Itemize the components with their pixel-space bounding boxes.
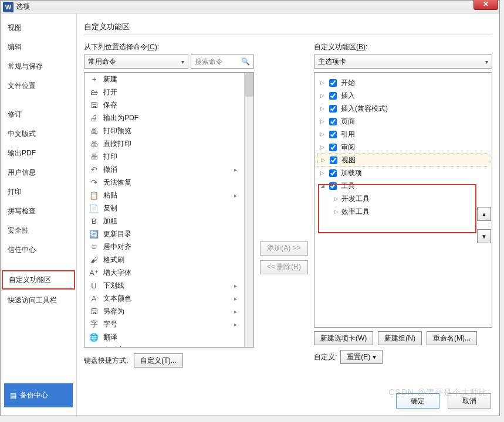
- customize-shortcut-button[interactable]: 自定义(T)...: [134, 353, 182, 367]
- command-item[interactable]: U下划线: [84, 279, 253, 292]
- command-label: 增大字体: [103, 268, 131, 278]
- sidebar-item[interactable]: 打印: [1, 182, 76, 202]
- tree-checkbox[interactable]: [329, 79, 337, 87]
- tree-checkbox[interactable]: [329, 105, 337, 113]
- command-item[interactable]: 🗁打开: [84, 86, 253, 98]
- sidebar-item[interactable]: 安全性: [1, 221, 76, 240]
- tree-item[interactable]: ▷插入(兼容模式): [317, 102, 489, 115]
- command-item[interactable]: 🖌格式刷: [84, 253, 253, 266]
- tree-checkbox[interactable]: [329, 118, 337, 125]
- backup-label: 备份中心: [20, 390, 48, 400]
- reset-button[interactable]: 重置(E) ▾: [340, 350, 382, 364]
- expand-icon[interactable]: ▷: [333, 196, 339, 202]
- tree-item[interactable]: ▷视图: [317, 154, 489, 166]
- ribbon-scope-select[interactable]: 主选项卡: [314, 55, 492, 69]
- tree-checkbox[interactable]: [329, 144, 337, 151]
- command-item[interactable]: ↶撤消: [84, 163, 253, 176]
- tree-item[interactable]: ▷开始: [317, 76, 489, 89]
- command-icon: 🖶: [89, 139, 99, 148]
- new-tab-button[interactable]: 新建选项卡(W): [314, 331, 373, 345]
- sidebar-item[interactable]: 输出PDF: [1, 144, 76, 163]
- command-item[interactable]: A文本颜色: [84, 292, 253, 305]
- backup-center-button[interactable]: ▤ 备份中心: [4, 383, 73, 407]
- command-item[interactable]: A⁺增大字体: [84, 266, 253, 279]
- command-item[interactable]: 🖶打印预览: [84, 124, 253, 137]
- expand-icon[interactable]: ▷: [320, 157, 326, 163]
- expand-icon[interactable]: ▷: [319, 118, 325, 124]
- command-label: 字号: [103, 319, 117, 329]
- command-item[interactable]: ＋新建: [84, 73, 253, 86]
- sidebar-item[interactable]: 自定义功能区: [2, 270, 75, 290]
- tree-item[interactable]: ▷开发工具: [317, 192, 489, 205]
- command-item[interactable]: 🌐翻译: [84, 331, 253, 343]
- expand-icon[interactable]: ▷: [319, 144, 325, 150]
- command-item[interactable]: 🖫另存为: [84, 305, 253, 318]
- sidebar-item[interactable]: 修订: [1, 105, 76, 124]
- expand-icon[interactable]: ▷: [319, 131, 325, 137]
- sidebar-item[interactable]: 常规与保存: [1, 57, 76, 76]
- tree-label: 加载项: [341, 168, 362, 178]
- expand-icon[interactable]: ◢: [319, 183, 325, 189]
- tree-label: 页面: [341, 117, 355, 127]
- tree-item[interactable]: ▷引用: [317, 128, 489, 141]
- tree-checkbox[interactable]: [330, 156, 337, 164]
- tree-checkbox[interactable]: [329, 92, 337, 100]
- move-up-button[interactable]: ▲: [477, 207, 491, 221]
- tree-item[interactable]: ▷插入: [317, 89, 489, 102]
- new-group-button[interactable]: 新建组(N): [378, 331, 422, 345]
- command-label: 新建: [103, 74, 117, 84]
- command-label: 复制: [103, 203, 117, 213]
- command-label: 粘贴: [103, 190, 117, 200]
- tree-item[interactable]: ▷加载项: [317, 166, 489, 179]
- tree-item[interactable]: ▷效率工具: [317, 205, 489, 218]
- command-item[interactable]: 📋粘贴: [84, 189, 253, 202]
- command-item[interactable]: 📄复制: [84, 202, 253, 215]
- add-button[interactable]: 添加(A) >>: [260, 241, 308, 256]
- command-icon: 🖨: [89, 114, 99, 122]
- command-item[interactable]: B加粗: [84, 215, 253, 227]
- tree-checkbox[interactable]: [329, 182, 337, 190]
- close-button[interactable]: ✕: [473, 0, 498, 10]
- command-icon: ≡: [89, 243, 99, 251]
- rename-button[interactable]: 重命名(M)...: [427, 331, 477, 345]
- command-item[interactable]: 🖶打印: [84, 150, 253, 163]
- sidebar-item[interactable]: 文件位置: [1, 76, 76, 96]
- expand-icon[interactable]: ▷: [319, 170, 325, 176]
- expand-icon[interactable]: ▷: [319, 80, 325, 86]
- command-item[interactable]: ≡居中对齐: [84, 240, 253, 253]
- tree-item[interactable]: ◢工具: [317, 179, 489, 192]
- command-item[interactable]: 🔄更新目录: [84, 227, 253, 240]
- tree-item[interactable]: ▷审阅: [317, 141, 489, 154]
- expand-icon[interactable]: ▷: [319, 93, 325, 98]
- sidebar-item[interactable]: 拼写检查: [1, 202, 76, 221]
- search-commands-input[interactable]: 搜索命令 🔍: [191, 55, 254, 69]
- ribbon-tree[interactable]: ▷开始▷插入▷插入(兼容模式)▷页面▷引用▷审阅▷视图▷加载项◢工具▷开发工具▷…: [314, 72, 492, 328]
- options-dialog: W 选项 ✕ 视图编辑常规与保存文件位置修订中文版式输出PDF用户信息打印拼写检…: [0, 0, 500, 416]
- customize-ribbon-label: 自定义功能区(B):: [314, 42, 492, 52]
- sidebar-item[interactable]: 快速访问工具栏: [1, 291, 76, 310]
- sidebar-item[interactable]: 编辑: [1, 38, 76, 57]
- command-label: 加粗: [103, 216, 117, 226]
- expand-icon[interactable]: ▷: [319, 106, 325, 111]
- command-label: 格式刷: [103, 255, 124, 265]
- tree-checkbox[interactable]: [329, 131, 337, 138]
- sidebar-item[interactable]: 用户信息: [1, 163, 76, 182]
- command-item[interactable]: ≡左对齐: [84, 343, 253, 348]
- sidebar-item[interactable]: 视图: [1, 18, 76, 38]
- tree-checkbox[interactable]: [329, 169, 337, 177]
- command-label: 更新目录: [103, 229, 131, 239]
- commands-list[interactable]: ＋新建🗁打开🖫保存🖨输出为PDF🖶打印预览🖶直接打印🖶打印↶撤消↷无法恢复📋粘贴…: [84, 72, 254, 348]
- scrollbar[interactable]: [244, 73, 253, 347]
- command-item[interactable]: 🖫保存: [84, 98, 253, 111]
- tree-item[interactable]: ▷页面: [317, 115, 489, 128]
- command-item[interactable]: 字字号: [84, 318, 253, 331]
- command-item[interactable]: ↷无法恢复: [84, 176, 253, 189]
- sidebar-item[interactable]: 中文版式: [1, 124, 76, 144]
- expand-icon[interactable]: ▷: [333, 209, 339, 215]
- move-down-button[interactable]: ▼: [477, 229, 491, 243]
- commands-category-select[interactable]: 常用命令: [84, 55, 188, 69]
- sidebar-item[interactable]: 信任中心: [1, 240, 76, 260]
- remove-button[interactable]: << 删除(R): [260, 260, 308, 274]
- command-item[interactable]: 🖨输出为PDF: [84, 111, 253, 124]
- command-item[interactable]: 🖶直接打印: [84, 137, 253, 150]
